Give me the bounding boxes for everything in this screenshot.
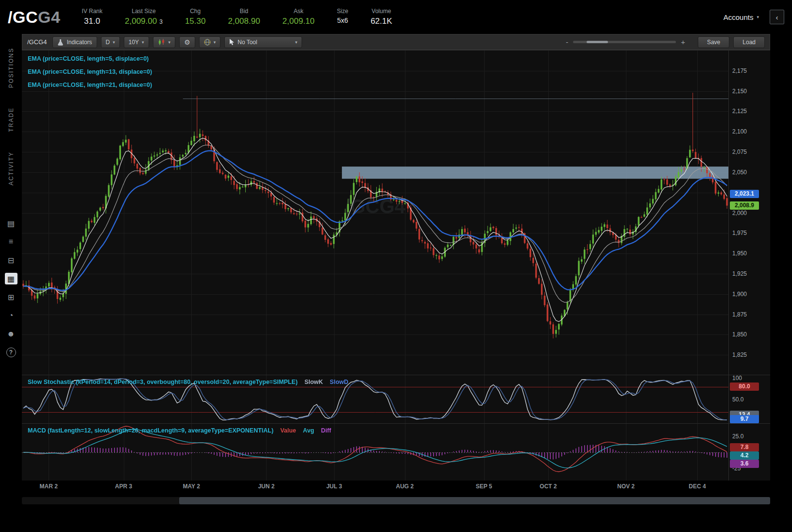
study-ema-21[interactable]: EMA (price=CLOSE, length=21, displace=0) [28, 82, 152, 88]
chart-icon[interactable]: ▦ [5, 273, 17, 284]
price-axis-tick: 1,900 [732, 291, 747, 298]
stat-change: Chg 15.30 [185, 8, 206, 26]
aggregation-dropdown[interactable]: D ▾ [101, 36, 120, 48]
price-axis-tick: 1,825 [732, 351, 747, 358]
price-axis-tick: 1,950 [732, 250, 747, 257]
time-axis-label: SEP 5 [476, 483, 492, 490]
symbol-root: /GC [8, 8, 38, 26]
time-axis-label: APR 3 [115, 483, 132, 490]
time-axis-label: MAY 2 [183, 483, 200, 490]
compare-dropdown[interactable]: ▾ [199, 36, 221, 48]
globe-grid-icon [204, 39, 211, 46]
price-axis-tick: 1,975 [732, 230, 747, 236]
macd-axis-tick: 25.0 [732, 433, 743, 440]
axis-price-bubble: 3.6 [730, 460, 759, 468]
time-axis-label: DEC 4 [689, 483, 706, 490]
watchlist-icon[interactable]: ≡ [5, 236, 17, 248]
chart-toolbar: /GCG4 Indicators D ▾ 10Y ▾ ▾ [22, 34, 770, 50]
symbol-series: G4 [38, 8, 60, 26]
stochastic-study-label: Slow Stochastic (kPeriod=14, dPeriod=3, … [28, 379, 348, 385]
chart-symbol-label: /GCG4 [27, 38, 47, 46]
price-chart-canvas[interactable] [22, 50, 728, 375]
save-button[interactable]: Save [698, 36, 729, 48]
notes-icon[interactable]: ⊟ [5, 254, 17, 266]
legend-slowd[interactable]: SlowD [330, 379, 348, 385]
chart-widget: /GCG4 Indicators D ▾ 10Y ▾ ▾ [22, 34, 770, 532]
axis-price-bubble: 80.0 [730, 382, 759, 391]
macd-axis[interactable]: 25.0-257.84.23.6 [728, 424, 770, 481]
price-axis-tick: 2,100 [732, 128, 747, 135]
indicators-button[interactable]: Indicators [52, 36, 97, 48]
stoch-axis-tick: 100 [732, 375, 742, 382]
price-axis[interactable]: 2,1752,1502,1252,1002,0752,0502,0252,000… [728, 50, 770, 375]
last-size-qty: 3 [159, 18, 163, 25]
time-axis-label: JUL 3 [326, 483, 342, 490]
stochastic-panel: Slow Stochastic (kPeriod=14, dPeriod=3, … [22, 375, 770, 423]
stochastic-axis[interactable]: 10050.080.013.49.7 [728, 375, 770, 423]
cursor-icon [229, 39, 235, 46]
collapse-panel-button[interactable]: ‹ [770, 10, 784, 24]
chart-scrollbar[interactable] [22, 497, 770, 504]
quote-stats: IV Rank 31.0 Last Size 2,009.003 Chg 15.… [82, 8, 392, 26]
time-axis: MAR 2APR 3MAY 2JUN 2JUL 3AUG 2SEP 5OCT 2… [22, 481, 728, 492]
load-button[interactable]: Load [733, 36, 765, 48]
price-panel: EMA (price=CLOSE, length=5, displace=0) … [22, 50, 770, 375]
zoom-slider-thumb[interactable] [587, 41, 608, 43]
stochastic-title[interactable]: Slow Stochastic (kPeriod=14, dPeriod=3, … [28, 379, 298, 385]
left-sidebar: POSITIONS TRADE ACTIVITY ▤ ≡ ⊟ ▦ ⊞ ◔ ☻ ? [0, 34, 22, 532]
gear-icon: ⚙ [184, 38, 190, 46]
axis-price-bubble: 4.2 [730, 451, 759, 460]
study-ema-13[interactable]: EMA (price=CLOSE, length=13, displace=0) [28, 68, 152, 75]
range-dropdown[interactable]: 10Y ▾ [124, 36, 149, 48]
study-ema-5[interactable]: EMA (price=CLOSE, length=5, displace=0) [28, 55, 152, 62]
price-axis-tick: 2,000 [732, 210, 747, 216]
sidebar-tab-activity[interactable]: ACTIVITY [8, 151, 15, 185]
zoom-slider[interactable] [573, 41, 676, 43]
legend-avg[interactable]: Avg [303, 427, 314, 434]
chevron-down-icon: ▾ [295, 40, 298, 45]
apps-grid-icon[interactable]: ⊞ [5, 291, 17, 303]
axis-price-bubble: 2,023.1 [730, 190, 759, 198]
chart-type-dropdown[interactable]: ▾ [153, 36, 176, 48]
legend-diff[interactable]: Diff [321, 427, 331, 434]
indicators-flask-icon [57, 39, 64, 46]
legend-slowk[interactable]: SlowK [304, 379, 323, 385]
price-axis-tick: 2,175 [732, 67, 747, 74]
symbol: /GCG4 [8, 8, 60, 27]
time-axis-label: AUG 2 [396, 483, 414, 490]
chevron-down-icon: ▾ [757, 15, 759, 19]
macd-panel: MACD (fastLength=12, slowLength=26, macd… [22, 423, 770, 481]
monitor-icon[interactable]: ▤ [5, 217, 17, 229]
macd-title[interactable]: MACD (fastLength=12, slowLength=26, macd… [28, 427, 273, 434]
sidebar-tab-positions[interactable]: POSITIONS [8, 48, 15, 88]
zoom-out-button[interactable]: - [565, 38, 569, 46]
axis-price-bubble: 2,008.9 [730, 201, 759, 210]
price-axis-tick: 1,850 [732, 331, 747, 338]
time-axis-label: OCT 2 [539, 483, 556, 490]
zoom-in-button[interactable]: + [680, 38, 686, 46]
header: /GCG4 IV Rank 31.0 Last Size 2,009.003 C… [0, 0, 792, 34]
overlay-study-labels: EMA (price=CLOSE, length=5, displace=0) … [28, 55, 152, 88]
price-axis-tick: 2,125 [732, 108, 747, 115]
chevron-down-icon: ▾ [169, 40, 171, 45]
scrollbar-handle[interactable] [179, 497, 770, 504]
help-icon[interactable]: ? [5, 347, 17, 358]
community-icon[interactable]: ☻ [5, 328, 17, 340]
chevron-down-icon: ▾ [113, 40, 115, 45]
price-axis-tick: 1,925 [732, 270, 747, 277]
price-axis-tick: 2,050 [732, 169, 747, 176]
stat-ask: Ask 2,009.10 [283, 8, 315, 26]
accounts-menu[interactable]: Accounts ▾ [724, 13, 759, 21]
axis-price-bubble: 7.8 [730, 443, 759, 451]
drawing-tool-dropdown[interactable]: No Tool ▾ [224, 36, 302, 48]
chart-settings-button[interactable]: ⚙ [179, 36, 195, 48]
price-axis-tick: 1,875 [732, 311, 747, 318]
stat-bid: Bid 2,008.90 [228, 8, 260, 26]
sidebar-tab-trade[interactable]: TRADE [8, 107, 15, 132]
legend-value[interactable]: Value [280, 427, 296, 434]
stat-last-size: Last Size 2,009.003 [125, 8, 163, 26]
candlestick-chart-icon [158, 39, 166, 46]
stat-size: Size 5x6 [337, 8, 348, 26]
history-clock-icon[interactable]: ◔ [5, 310, 17, 321]
stoch-axis-tick: 50.0 [732, 396, 743, 403]
